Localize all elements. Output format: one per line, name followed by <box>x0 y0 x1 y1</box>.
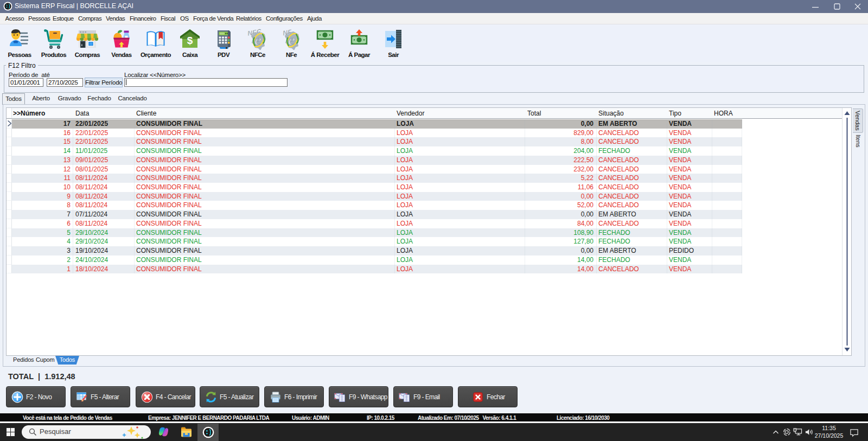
svg-text:e: e <box>255 32 261 48</box>
svg-text:$: $ <box>187 35 193 46</box>
svg-text:e: e <box>289 32 295 48</box>
